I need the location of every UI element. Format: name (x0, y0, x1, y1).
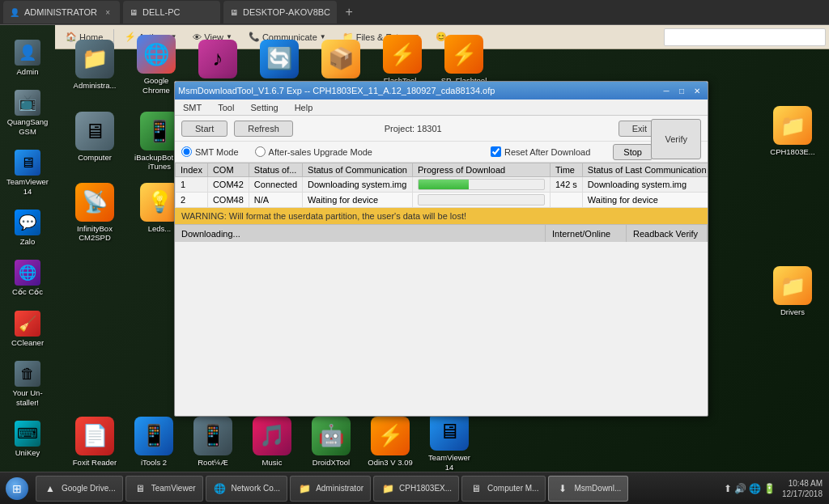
icon-odin3[interactable]: ⚡ Odin3 V 3.09 (363, 414, 418, 469)
cell-last-status: Waiting for device (582, 193, 708, 208)
admin-label: Admin (17, 67, 39, 76)
table-row: 1COM42ConnectedDownloading system.img142… (176, 177, 708, 193)
sidesync-icon: 🔄 (260, 40, 299, 78)
taskbar-item-network[interactable]: 🌐 Network Co... (206, 476, 288, 502)
taskbar-item-admin-tb[interactable]: 📁 Administrator (290, 476, 371, 502)
sidebar-item-uninstaller[interactable]: 🗑 Your Un-staller! (2, 358, 53, 410)
menu-setting[interactable]: Setting (245, 101, 283, 114)
menu-help[interactable]: Help (290, 101, 318, 114)
taskbar-icon-google-drive: ▲ (43, 481, 57, 496)
stop-button[interactable]: Stop (613, 144, 653, 160)
tab-desktop[interactable]: 🖥 DESKTOP-AKOV8BC (223, 1, 337, 23)
cell-progress (412, 177, 550, 193)
download-table: Index COM Status of... Status of Communi… (175, 163, 708, 208)
after-sales-mode-radio[interactable]: After-sales Upgrade Mode (255, 146, 372, 157)
chrome-icon: 🌐 (137, 35, 176, 74)
col-time: Time (550, 163, 582, 177)
maximize-button[interactable]: □ (674, 84, 689, 97)
close-tab-admin[interactable]: × (102, 6, 113, 18)
sidebar-item-teamviewer[interactable]: 🖥 TeamViewer 14 (2, 146, 53, 199)
icon-administrator[interactable]: 📁 Administra... (67, 37, 122, 92)
close-button[interactable]: ✕ (690, 84, 704, 97)
icon-itools2[interactable]: 📱 iTools 2 (126, 414, 181, 469)
sidebar-item-unikey[interactable]: ⌨ UniKey (2, 417, 53, 460)
uninstaller-label: Your Un-staller! (4, 388, 51, 407)
itunes-icon: ♪ (198, 40, 237, 78)
unikey-icon: ⌨ (15, 421, 40, 447)
ccleaner-icon: 🧹 (15, 311, 40, 337)
taskbar-items: ▲ Google Drive... 🖥 TeamViewer 🌐 Network… (36, 476, 719, 502)
dialog-title: MsmDownloadTool_V1.6.7 Exp -- CPH1803EX_… (178, 86, 659, 95)
menu-tool[interactable]: Tool (213, 101, 239, 114)
after-sales-mode-label: After-sales Upgrade Mode (269, 147, 372, 157)
smt-mode-label: SMT Mode (195, 147, 239, 157)
dialog-menubar: SMT Tool Setting Help (175, 100, 708, 116)
sidebar-item-zalo[interactable]: 💬 Zalo (2, 206, 53, 249)
cell-com: COM48 (207, 193, 249, 208)
admin-folder-icon: 📁 (75, 40, 114, 78)
reset-checkbox[interactable] (491, 146, 501, 157)
teamviewer2-label: TeamViewer 14 (424, 453, 474, 472)
icon-cph1803e[interactable]: 📁 CPH1803E... (765, 104, 820, 159)
droid-icon: 🤖 (312, 417, 351, 455)
droid-label: DroidXTool (312, 458, 350, 467)
taskbar-label-teamviewer-tb: TeamViewer (151, 484, 196, 493)
dialog-table: Index COM Status of... Status of Communi… (175, 163, 708, 208)
dialog-statusbar: Downloading... Internet/Online Readback … (175, 224, 708, 242)
cell-time (550, 193, 582, 208)
cell-status: N/A (249, 193, 302, 208)
taskbar-label-google-drive: Google Drive... (62, 484, 116, 493)
start-button[interactable]: Start (181, 121, 227, 137)
cell-progress (412, 193, 550, 208)
menu-smt[interactable]: SMT (178, 101, 206, 114)
icon-foxit[interactable]: 📄 Foxit Reader (67, 414, 122, 469)
verify-button[interactable]: Verify (651, 119, 701, 159)
smt-mode-radio[interactable]: SMT Mode (181, 146, 239, 157)
sidebar-item-quangsang[interactable]: 📺 QuangSang GSM (2, 87, 53, 139)
cm2spd-label: InfinityBox CM2SPD (70, 224, 120, 243)
taskbar-icon-teamviewer-tb: 🖥 (133, 481, 147, 496)
taskbar-item-cph1803-tb[interactable]: 📁 CPH1803EX... (373, 476, 459, 502)
taskbar-item-msmdownload-tb[interactable]: ⬇ MsmDownl... (548, 476, 628, 502)
sidebar-item-cococ[interactable]: 🌐 Cốc Cốc (2, 256, 53, 299)
add-tab-button[interactable]: + (340, 3, 358, 21)
icon-cm2spd[interactable]: 📡 InfinityBox CM2SPD (67, 180, 122, 245)
refresh-button[interactable]: Refresh (234, 121, 293, 137)
admin-icon: 👤 (15, 40, 40, 66)
col-status: Status of... (249, 163, 302, 177)
sidebar-item-admin[interactable]: 👤 Admin (2, 36, 53, 79)
tab-dellpc[interactable]: 🖥 DELL-PC (123, 1, 220, 23)
status-downloading: Downloading... (175, 225, 546, 242)
itools2-label: iTools 2 (141, 458, 167, 467)
icon-computer[interactable]: 🖥 Computer (67, 109, 122, 174)
start-button-taskbar[interactable]: ⊞ (2, 473, 32, 504)
minimize-button[interactable]: ─ (659, 84, 674, 97)
leds-label: Leds... (148, 224, 172, 233)
cph1803e-label: CPH1803E... (770, 147, 814, 156)
icon-droidxtool[interactable]: 🤖 DroidXTool (304, 414, 359, 469)
date: 12/17/2018 (782, 489, 823, 499)
flashtool-icon: ⚡ (383, 35, 422, 74)
icon-drivers[interactable]: 📁 Drivers (765, 264, 820, 319)
sidebar-item-ccleaner[interactable]: 🧹 CCleaner (2, 307, 53, 350)
foxit-icon: 📄 (75, 417, 114, 455)
taskbar-item-google-drive[interactable]: ▲ Google Drive... (36, 476, 123, 502)
tray-icon-1: ⬆ (724, 483, 732, 494)
taskbar-item-teamviewer-tb[interactable]: 🖥 TeamViewer (125, 476, 203, 502)
warning-bar: WARNING: Will format the userdata partit… (175, 208, 708, 224)
desktop: 👤 ADMINISTRATOR × 🖥 DELL-PC 🖥 DESKTOP-AK… (0, 0, 829, 504)
project-label: Project: 18301 (385, 124, 442, 133)
drivers-label: Drivers (780, 307, 805, 316)
table-row: 2COM48N/AWaiting for deviceWaiting for d… (176, 193, 708, 208)
itools2-icon: 📱 (134, 417, 173, 455)
cococ-icon: 🌐 (15, 260, 40, 286)
icon-music[interactable]: 🎵 Music (244, 414, 300, 469)
icon-root14ae[interactable]: 📱 Root¼Æ (185, 414, 240, 469)
taskbar-item-computer-tb[interactable]: 🖥 Computer M... (461, 476, 546, 502)
col-com: COM (207, 163, 249, 177)
taskbar-label-network: Network Co... (232, 484, 281, 493)
dialog-titlebar: MsmDownloadTool_V1.6.7 Exp -- CPH1803EX_… (175, 82, 708, 100)
icon-teamviewer2[interactable]: 🖥 TeamViewer 14 (422, 409, 477, 474)
browser-taskbar: 👤 ADMINISTRATOR × 🖥 DELL-PC 🖥 DESKTOP-AK… (0, 0, 829, 25)
col-last-status: Status of Last Communication (582, 163, 708, 177)
